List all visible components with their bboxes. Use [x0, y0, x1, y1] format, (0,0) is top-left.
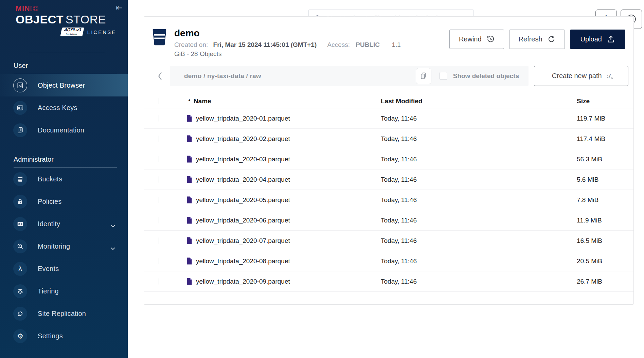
object-size: 26.7 MiB	[577, 278, 633, 285]
sidebar-item-settings[interactable]: ⚙ Settings	[0, 325, 128, 347]
path-bar: demo / ny-taxi-data / raw Show deleted o…	[158, 66, 628, 86]
object-browser-icon	[13, 78, 27, 92]
object-size: 20.5 MiB	[577, 257, 633, 265]
object-size: 117.4 MiB	[577, 135, 633, 143]
rewind-button[interactable]: Rewind	[449, 30, 504, 49]
sidebar-item-tiering[interactable]: Tiering	[0, 280, 128, 302]
agpl-badge: AGPLv3 Free Software	[60, 28, 84, 36]
bucket-actions: Rewind Refresh	[449, 30, 625, 49]
sidebar-item-label: Buckets	[38, 175, 62, 183]
chevron-left-icon[interactable]	[158, 69, 166, 83]
word-store: STORE	[66, 13, 106, 26]
object-name: yellow_tripdata_2020-08.parquet	[196, 257, 290, 265]
upload-label: Upload	[580, 35, 602, 43]
row-checkbox[interactable]	[159, 237, 159, 244]
sidebar-item-access-keys[interactable]: Access Keys	[0, 96, 128, 119]
sidebar-item-label: Object Browser	[38, 82, 85, 89]
table-row[interactable]: yellow_tripdata_2020-09.parquet Today, 1…	[144, 271, 633, 292]
object-name: yellow_tripdata_2020-06.parquet	[196, 217, 290, 224]
sidebar-item-events[interactable]: λ Events	[0, 257, 128, 280]
object-size: 56.3 MiB	[577, 156, 633, 163]
sidebar-item-site-replication[interactable]: Site Replication	[0, 302, 128, 325]
object-modified: Today, 11:46	[381, 176, 577, 183]
create-path-label: Create new path	[552, 72, 602, 80]
sidebar-item-label: Site Replication	[38, 310, 86, 318]
gear-icon: ⚙	[13, 329, 27, 343]
sidebar-item-label: Monitoring	[38, 243, 70, 250]
column-header-name[interactable]: ▲ Name	[186, 97, 381, 105]
chevron-down-icon[interactable]	[111, 245, 115, 251]
create-new-path-button[interactable]: Create new path :/	[534, 66, 628, 86]
bucket-icon	[152, 29, 167, 47]
monitoring-icon	[13, 239, 27, 253]
buckets-icon	[13, 172, 27, 186]
table-row[interactable]: yellow_tripdata_2020-03.parquet Today, 1…	[144, 149, 633, 169]
bucket-info: demo Created on: Fri, Mar 15 2024 11:45:…	[174, 28, 434, 58]
row-checkbox[interactable]	[159, 217, 159, 223]
sidebar-collapse-icon[interactable]: ⇤	[116, 3, 122, 12]
row-checkbox[interactable]	[159, 115, 159, 122]
show-deleted-toggle[interactable]: Show deleted objects	[440, 72, 524, 80]
access-keys-icon	[13, 101, 27, 115]
breadcrumb: demo / ny-taxi-data / raw	[184, 72, 416, 80]
object-name: yellow_tripdata_2020-09.parquet	[196, 278, 290, 285]
table-row[interactable]: yellow_tripdata_2020-08.parquet Today, 1…	[144, 251, 633, 271]
row-checkbox[interactable]	[159, 156, 159, 162]
name-header-label: Name	[194, 97, 211, 105]
copy-icon	[420, 72, 427, 79]
minio-logo: MINIO OBJECTSTORE AGPLv3 Free Software L…	[0, 0, 128, 52]
object-modified: Today, 11:46	[381, 135, 577, 143]
copy-path-button[interactable]	[416, 68, 431, 84]
sidebar-item-documentation[interactable]: Documentation	[0, 119, 128, 141]
table-row[interactable]: yellow_tripdata_2020-04.parquet Today, 1…	[144, 169, 633, 190]
logo-divider	[29, 52, 105, 52]
brand-io: IO	[30, 4, 39, 12]
policies-lock-icon	[13, 195, 27, 209]
license-label: LICENSE	[87, 29, 116, 35]
refresh-label: Refresh	[519, 35, 542, 43]
object-modified: Today, 11:46	[381, 257, 577, 265]
bucket-name: demo	[174, 28, 434, 38]
row-checkbox[interactable]	[159, 176, 159, 183]
table-row[interactable]: yellow_tripdata_2020-05.parquet Today, 1…	[144, 190, 633, 210]
refresh-button[interactable]: Refresh	[509, 30, 565, 49]
path-panel: demo / ny-taxi-data / raw Show deleted o…	[170, 66, 529, 86]
show-deleted-checkbox[interactable]	[440, 72, 447, 80]
object-size: 7.8 MiB	[577, 196, 633, 204]
parquet-file-icon	[186, 237, 192, 244]
agpl-badge-subtext: Free Software	[63, 32, 81, 36]
table-row[interactable]: yellow_tripdata_2020-01.parquet Today, 1…	[144, 108, 633, 129]
object-modified: Today, 11:46	[381, 156, 577, 163]
object-name: yellow_tripdata_2020-02.parquet	[196, 135, 290, 143]
select-all-checkbox[interactable]	[159, 98, 159, 104]
object-store-wordmark: OBJECTSTORE	[16, 13, 116, 26]
created-value: Fri, Mar 15 2024 11:45:01 (GMT+1)	[213, 41, 317, 48]
object-modified: Today, 11:46	[381, 217, 577, 224]
row-checkbox[interactable]	[159, 197, 159, 203]
row-checkbox[interactable]	[159, 136, 159, 142]
sidebar-item-policies[interactable]: Policies	[0, 190, 128, 213]
sidebar-item-identity[interactable]: Identity	[0, 213, 128, 235]
access-label: Access:	[327, 41, 350, 48]
chevron-down-icon[interactable]	[111, 223, 115, 229]
sidebar-item-buckets[interactable]: Buckets	[0, 168, 128, 190]
table-row[interactable]: yellow_tripdata_2020-06.parquet Today, 1…	[144, 210, 633, 231]
row-checkbox[interactable]	[159, 278, 159, 285]
sidebar-item-monitoring[interactable]: Monitoring	[0, 235, 128, 257]
table-row[interactable]: yellow_tripdata_2020-07.parquet Today, 1…	[144, 231, 633, 251]
access-value: PUBLIC	[356, 41, 380, 48]
object-size: 16.5 MiB	[577, 237, 633, 245]
row-checkbox[interactable]	[159, 258, 159, 264]
sidebar-item-label: Tiering	[38, 287, 59, 295]
object-name: yellow_tripdata_2020-01.parquet	[196, 115, 290, 122]
sidebar-item-object-browser[interactable]: Object Browser	[0, 74, 128, 96]
replication-sync-icon	[13, 307, 27, 321]
rewind-icon	[487, 35, 495, 43]
parquet-file-icon	[186, 278, 192, 285]
parquet-file-icon	[186, 217, 192, 224]
upload-button[interactable]: Upload	[570, 30, 625, 49]
word-object: OBJECT	[16, 13, 64, 26]
table-row[interactable]: yellow_tripdata_2020-02.parquet Today, 1…	[144, 129, 633, 149]
parquet-file-icon	[186, 257, 192, 265]
object-modified: Today, 11:46	[381, 278, 577, 285]
